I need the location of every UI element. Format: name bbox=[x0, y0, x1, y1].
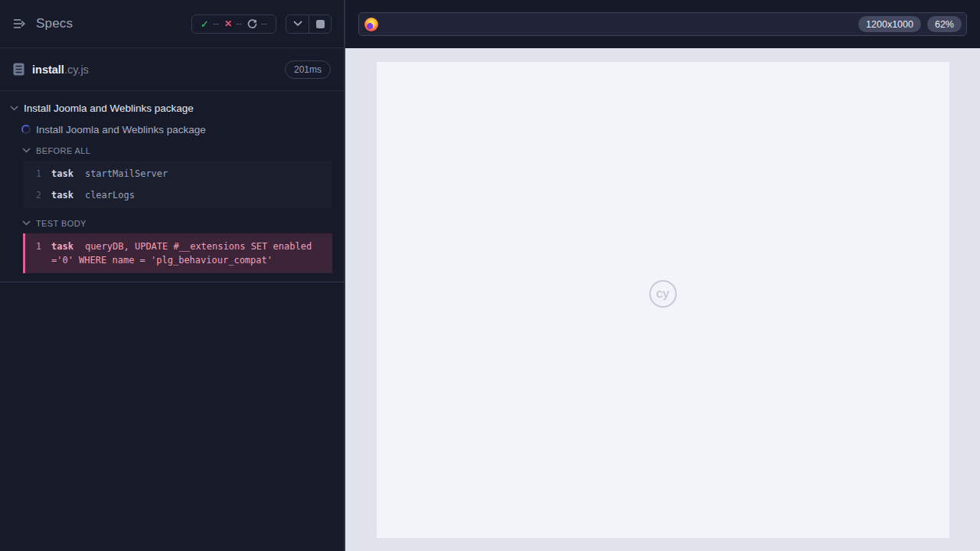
command-row-highlighted[interactable]: 1 taskqueryDB, UPDATE #__extensions SET … bbox=[25, 236, 332, 271]
spec-file-icon bbox=[13, 63, 24, 76]
zoom-level-badge: 62% bbox=[927, 16, 962, 32]
test-title: Install Joomla and Weblinks package bbox=[36, 124, 206, 135]
specs-sidebar: Specs ✓ -- ✕ -- bbox=[0, 0, 345, 551]
passed-icon: ✓ bbox=[201, 18, 209, 30]
aut-stage: cy bbox=[345, 48, 980, 551]
viewport-size-badge: 1200x1000 bbox=[858, 16, 921, 32]
command-method: task bbox=[51, 168, 74, 179]
pending-icon bbox=[247, 19, 257, 29]
tree-divider bbox=[0, 282, 344, 282]
command-row[interactable]: 1 taskstartMailServer bbox=[23, 163, 332, 184]
command-method: task bbox=[51, 190, 74, 201]
section-label: TEST BODY bbox=[36, 219, 87, 228]
spec-duration-badge: 201ms bbox=[285, 60, 331, 79]
section-before-all[interactable]: BEFORE ALL bbox=[0, 140, 344, 161]
collapse-all-button[interactable] bbox=[286, 15, 309, 33]
pending-count: -- bbox=[261, 18, 267, 29]
command-message: startMailServer bbox=[85, 168, 168, 179]
stop-button[interactable] bbox=[309, 15, 331, 33]
command-number: 1 bbox=[23, 167, 41, 181]
test-tree: Install Joomla and Weblinks package Inst… bbox=[0, 91, 344, 551]
spec-extension: .cy.js bbox=[64, 64, 89, 76]
specs-header: Specs ✓ -- ✕ -- bbox=[0, 0, 344, 48]
specs-list-toggle-icon[interactable] bbox=[13, 18, 26, 30]
sidebar-title: Specs bbox=[36, 16, 73, 31]
test-row[interactable]: Install Joomla and Weblinks package bbox=[0, 119, 344, 140]
spec-file-row[interactable]: install.cy.js 201ms bbox=[0, 48, 344, 91]
cypress-logo-text: cy bbox=[656, 286, 669, 302]
section-test-body[interactable]: TEST BODY bbox=[0, 213, 344, 233]
command-method: task bbox=[51, 241, 74, 252]
browser-bar: 1200x1000 62% bbox=[345, 0, 980, 48]
command-message: clearLogs bbox=[85, 190, 135, 201]
passed-count: -- bbox=[213, 18, 219, 29]
firefox-icon bbox=[364, 18, 378, 31]
command-row[interactable]: 2 taskclearLogs bbox=[23, 184, 332, 206]
cypress-logo-watermark: cy bbox=[649, 280, 677, 308]
spec-name: install bbox=[32, 64, 64, 76]
suite-title: Install Joomla and Weblinks package bbox=[24, 103, 194, 114]
command-number: 2 bbox=[23, 188, 41, 202]
aut-viewport[interactable]: cy bbox=[377, 62, 949, 538]
failed-icon: ✕ bbox=[224, 18, 232, 29]
command-message: queryDB, UPDATE #__extensions SET enable… bbox=[51, 241, 312, 266]
section-label: BEFORE ALL bbox=[36, 146, 90, 155]
runner-pane: 1200x1000 62% cy bbox=[345, 0, 980, 551]
test-stats: ✓ -- ✕ -- -- bbox=[191, 15, 276, 34]
command-number: 1 bbox=[25, 240, 41, 267]
suite-row[interactable]: Install Joomla and Weblinks package bbox=[0, 97, 344, 119]
command-log-test-body: 1 taskqueryDB, UPDATE #__extensions SET … bbox=[23, 233, 332, 273]
stop-icon bbox=[316, 20, 325, 28]
run-controls bbox=[286, 15, 332, 34]
running-spinner-icon bbox=[21, 125, 31, 134]
failed-count: -- bbox=[236, 18, 242, 29]
url-bar[interactable]: 1200x1000 62% bbox=[358, 12, 967, 36]
command-log-before-all: 1 taskstartMailServer 2 taskclearLogs bbox=[23, 161, 332, 208]
